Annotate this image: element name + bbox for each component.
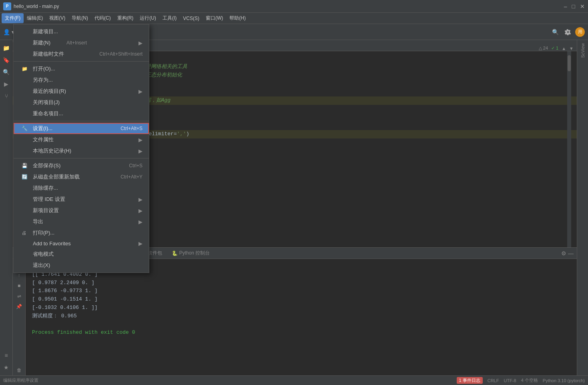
menu-new-project[interactable]: 新建项目... [14,26,149,37]
sidebar-run-icon[interactable]: ▶ [2,79,11,89]
tab-python-console[interactable]: 🐍 Python 控制台 [167,248,215,258]
terminal-left-toolbar: ▶ ↑ ■ ⇌ 📌 🗑 [13,259,26,375]
maximize-button[interactable]: □ [572,3,575,10]
sidebar-project-icon[interactable]: 📁 [2,43,11,53]
terminal-line-4: [ 1.8676 -0.9773 1. ] [32,287,570,295]
menu-new-scratch[interactable]: 新建临时文件 Ctrl+Alt+Shift+Insert [14,48,149,60]
menu-local-history[interactable]: 本地历史记录(H) ▶ [14,145,149,156]
panel-close-btn[interactable]: — [568,250,574,257]
panel-settings-btn[interactable]: ⚙ [561,250,566,257]
event-badge-text: 1 事件日志 [459,378,480,383]
status-right: 1 事件日志 CRLF UTF-8 4 个空格 Python 3.10 (pyt… [457,377,585,384]
terminal-line-7: 测试精度： 0.965 [32,312,570,321]
menu-item-code[interactable]: 代码(C) [91,13,114,23]
restore-layout-icon[interactable]: ⇌ [15,292,24,301]
menu-bar: 文件(F) 编辑(E) 视图(V) 导航(N) 代码(C) 重构(R) 运行(U… [0,13,588,24]
encoding-indicator[interactable]: UTF-8 [504,378,516,383]
scroll-up-btn[interactable]: ▲ [562,46,566,51]
menu-power-save[interactable]: 省电模式 [14,249,149,260]
menu-print[interactable]: 🖨打印(P)... [14,227,149,239]
python-version-indicator[interactable]: Python 3.10 (pytorch) [543,378,585,383]
menu-clear-cache[interactable]: 清除缓存... [14,182,149,194]
error-count: ✓ 1 [551,46,558,51]
menu-close-project[interactable]: 关闭项目(J) [14,97,149,108]
menu-rename-project[interactable]: 重命名项目... [14,108,149,119]
python-console-icon: 🐍 [172,251,178,256]
search-button[interactable]: 🔍 [550,26,561,38]
app-icon: P [3,2,11,10]
file-menu-dropdown: 新建项目... 新建(N) Alt+Insert ▶ 新建临时文件 Ctrl+A… [13,24,149,273]
sidebar-bookmark-icon[interactable]: 🔖 [2,55,11,65]
menu-settings[interactable]: 🔧设置(I)... Ctrl+Alt+S [14,123,149,134]
window-controls[interactable]: – □ ✕ [564,3,585,10]
menu-item-view[interactable]: 视图(V) [46,13,68,23]
minimize-button[interactable]: – [564,3,567,10]
tab-python-console-label: Python 控制台 [179,250,210,257]
left-sidebar: 📁 🔖 🔍 ▶ ⑂ ≡ ★ [0,40,13,375]
terminal-line-8 [32,321,570,329]
menu-item-refactor[interactable]: 重构(R) [114,13,137,23]
menu-new[interactable]: 新建(N) Alt+Insert ▶ [14,37,149,48]
menu-file-properties[interactable]: 文件属性 ▶ [14,134,149,145]
scview-label[interactable]: ScView [580,40,585,61]
terminal-line-3: [ 0.9787 2.2409 0. ] [32,279,570,287]
avatar-icon[interactable]: 用 [575,27,585,37]
title-text: hello_world - main.py [14,4,59,9]
editor-scrollbar[interactable] [567,51,571,247]
stop-icon[interactable]: ■ [15,281,24,290]
warning-count: △ 24 [539,46,548,51]
menu-open[interactable]: 📁打开(O)... [14,63,149,74]
terminal-line-6: [-0.1032 0.4106 1. ]] [32,304,570,312]
scroll-thumb [568,55,571,71]
indent-indicator[interactable]: 4 个空格 [521,377,538,383]
pin-icon[interactable]: 📌 [15,302,24,311]
menu-recent[interactable]: 最近的项目(R) ▶ [14,86,149,97]
menu-exit[interactable]: 退出(X) [14,260,149,271]
sidebar-git-icon[interactable]: ⑂ [2,91,11,101]
menu-item-edit[interactable]: 编辑(E) [24,13,46,23]
menu-item-window[interactable]: 窗口(W) [203,13,226,23]
right-sidebar: ScView [577,40,588,375]
terminal-line-5: [ 0.9501 -0.1514 1. ] [32,295,570,304]
menu-reload[interactable]: 🔄从磁盘全部重新加载 Ctrl+Alt+Y [14,171,149,182]
title-left: P hello_world - main.py [3,2,59,10]
menu-manage-ide[interactable]: 管理 IDE 设置 ▶ [14,194,149,205]
menu-save-as[interactable]: 另存为... [14,74,149,86]
menu-item-navigate[interactable]: 导航(N) [68,13,91,23]
menu-new-project-settings[interactable]: 新项目设置 ▶ [14,205,149,216]
status-text: 编辑应用程序设置 [3,377,38,383]
menu-divider-1 [14,61,149,62]
status-left: 编辑应用程序设置 [3,377,38,383]
event-badge[interactable]: 1 事件日志 [457,377,483,384]
title-bar: P hello_world - main.py – □ ✕ [0,0,588,13]
settings-button[interactable] [562,26,574,38]
menu-item-vcs[interactable]: VCS(S) [180,14,203,23]
terminal-line-9: Process finished with exit code 0 [32,329,570,337]
menu-item-run[interactable]: 运行(U) [136,13,159,23]
menu-item-tools[interactable]: 工具(I) [159,13,180,23]
profile-button[interactable]: 👤 ▾ [3,26,14,38]
scroll-down-btn[interactable]: ▼ [569,46,574,51]
menu-save-all[interactable]: 💾全部保存(S) Ctrl+S [14,160,149,171]
menu-divider-2 [14,121,149,121]
menu-item-help[interactable]: 帮助(H) [226,13,249,23]
sidebar-search-icon[interactable]: 🔍 [2,67,11,77]
menu-item-file[interactable]: 文件(F) [2,13,24,23]
status-bar: 编辑应用程序设置 1 事件日志 CRLF UTF-8 4 个空格 Python … [0,375,588,385]
menu-add-to-favorites[interactable]: Add to Favorites ▶ [14,239,149,249]
close-terminal-icon[interactable]: 🗑 [15,367,24,375]
terminal-output: 数据集大小： 1000 [[ 1.7641 0.4002 0. ] [ 0.97… [26,259,577,375]
sidebar-notifications-icon[interactable]: ★ [2,363,11,372]
sidebar-structure-icon[interactable]: ≡ [2,351,11,360]
close-button[interactable]: ✕ [580,3,585,10]
crlf-indicator[interactable]: CRLF [488,378,499,383]
menu-divider-3 [14,158,149,158]
menu-export[interactable]: 导出 ▶ [14,216,149,227]
